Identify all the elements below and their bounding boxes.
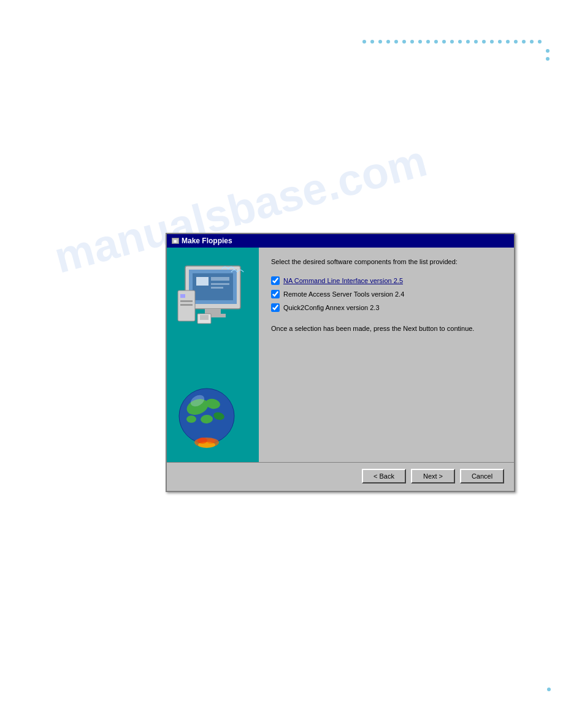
dot xyxy=(442,40,446,44)
dialog-content: Select the desired software components f… xyxy=(167,248,514,462)
checkbox-item-2: Remote Access Server Tools version 2.4 xyxy=(271,290,502,298)
svg-rect-12 xyxy=(180,304,193,306)
dialog-instruction: Select the desired software components f… xyxy=(271,257,502,267)
dot xyxy=(482,40,486,44)
checkbox-2[interactable] xyxy=(271,290,280,298)
dot xyxy=(426,40,430,44)
dot xyxy=(450,40,454,44)
svg-point-24 xyxy=(197,438,207,444)
dialog-buttons: < Back Next > Cancel xyxy=(167,462,514,491)
titlebar-left: ■ Make Floppies xyxy=(172,237,232,245)
dot xyxy=(394,40,398,44)
dot xyxy=(386,40,390,44)
checkbox-group: NA Command Line Interface version 2.5 Re… xyxy=(271,276,502,312)
dialog-left-panel xyxy=(167,248,259,462)
dialog-titlebar: ■ Make Floppies xyxy=(167,234,514,248)
dot xyxy=(498,40,502,44)
dot xyxy=(546,57,550,61)
dot xyxy=(538,40,542,44)
dot xyxy=(514,40,518,44)
dot xyxy=(370,40,374,44)
dot xyxy=(410,40,414,44)
decorative-dots-side xyxy=(546,49,550,61)
checkbox-3[interactable] xyxy=(271,303,280,312)
dot xyxy=(434,40,438,44)
svg-point-19 xyxy=(186,415,196,423)
svg-rect-14 xyxy=(200,315,209,320)
dot xyxy=(490,40,494,44)
checkbox-item-1: NA Command Line Interface version 2.5 xyxy=(271,276,502,285)
back-button[interactable]: < Back xyxy=(362,469,406,483)
dot xyxy=(522,40,526,44)
dot xyxy=(474,40,478,44)
dot xyxy=(546,49,550,53)
globe-icon xyxy=(173,376,247,450)
svg-rect-10 xyxy=(180,294,185,298)
svg-rect-4 xyxy=(211,277,229,281)
computer-icon xyxy=(173,260,253,358)
svg-rect-7 xyxy=(205,309,221,314)
dialog-title: Make Floppies xyxy=(182,237,232,245)
dot xyxy=(458,40,462,44)
dot xyxy=(418,40,422,44)
dot xyxy=(466,40,470,44)
dot xyxy=(402,40,406,44)
svg-rect-11 xyxy=(180,300,193,302)
dot xyxy=(530,40,534,44)
dot xyxy=(378,40,382,44)
checkbox-item-3: Quick2Config Annex version 2.3 xyxy=(271,303,502,312)
dialog-right-panel: Select the desired software components f… xyxy=(259,248,514,462)
checkbox-label-2[interactable]: Remote Access Server Tools version 2.4 xyxy=(283,290,404,298)
make-floppies-dialog: ■ Make Floppies xyxy=(166,233,515,492)
svg-rect-3 xyxy=(196,277,209,286)
next-button[interactable]: Next > xyxy=(411,469,455,483)
svg-rect-6 xyxy=(211,287,223,289)
checkbox-label-1[interactable]: NA Command Line Interface version 2.5 xyxy=(283,277,403,284)
checkbox-label-3[interactable]: Quick2Config Annex version 2.3 xyxy=(283,304,380,311)
decorative-dot-bottom xyxy=(547,688,551,691)
checkbox-1[interactable] xyxy=(271,276,280,285)
cancel-button[interactable]: Cancel xyxy=(460,469,504,483)
dot xyxy=(506,40,510,44)
svg-point-25 xyxy=(207,439,215,444)
dot xyxy=(362,40,366,44)
dialog-icon: ■ xyxy=(172,238,179,244)
decorative-dots-row xyxy=(362,40,542,44)
dialog-footer-text: Once a selection has been made, press th… xyxy=(271,324,502,333)
svg-rect-5 xyxy=(211,283,229,285)
